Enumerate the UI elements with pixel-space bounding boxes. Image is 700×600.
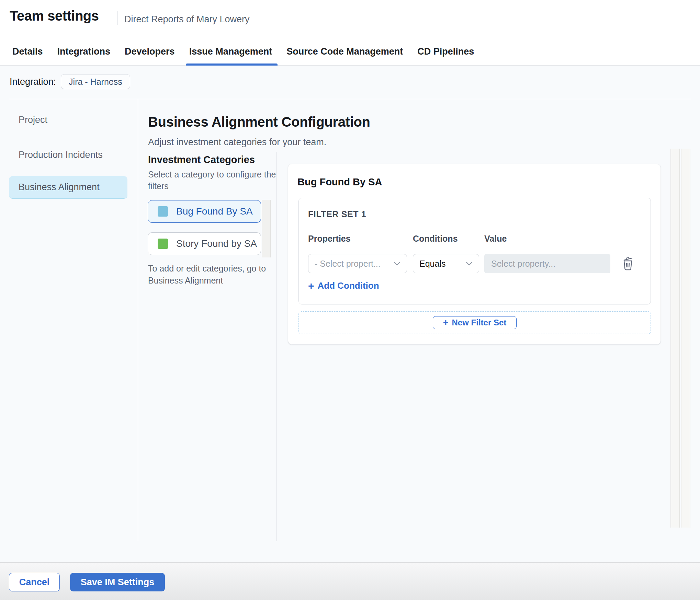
value-input[interactable] — [484, 254, 610, 273]
tab-details[interactable]: Details — [12, 38, 43, 66]
tab-issue-management[interactable]: Issue Management — [189, 38, 272, 66]
add-condition-button[interactable]: + Add Condition — [308, 280, 379, 291]
filter-set-title: FILTER SET 1 — [308, 209, 366, 219]
tab-developers[interactable]: Developers — [125, 38, 175, 66]
categories-note: To add or edit categories, go to Busines… — [148, 263, 266, 287]
tab-integrations[interactable]: Integrations — [57, 38, 111, 66]
category-list-scrollbar[interactable] — [262, 200, 271, 257]
tab-source-code-management[interactable]: Source Code Management — [286, 38, 403, 66]
team-name-subtitle: Direct Reports of Mary Lowery — [124, 13, 250, 25]
category-label: Bug Found By SA — [176, 206, 253, 217]
condition-select[interactable]: Equals — [413, 254, 479, 273]
investment-categories-helper: Select a category to configure the filte… — [148, 169, 276, 192]
chevron-down-icon — [394, 262, 400, 266]
sidebar-item-project[interactable]: Project — [9, 108, 127, 131]
category-filter-panel: Bug Found By SA FILTER SET 1 Properties … — [288, 164, 661, 345]
note-line: To add or edit categories, go to — [148, 263, 266, 275]
cancel-button[interactable]: Cancel — [9, 573, 60, 591]
new-filter-set-dropzone: + New Filter Set — [298, 311, 651, 334]
new-filter-set-label: New Filter Set — [452, 318, 507, 327]
new-filter-set-button[interactable]: + New Filter Set — [433, 316, 517, 329]
trash-icon — [621, 255, 635, 271]
filter-set-card: FILTER SET 1 Properties Conditions Value… — [298, 198, 651, 304]
column-header-conditions: Conditions — [413, 234, 458, 244]
category-label: Story Found by SA — [176, 238, 257, 249]
plus-icon: + — [308, 281, 314, 290]
category-color-swatch — [158, 239, 168, 249]
page-title: Team settings — [10, 6, 99, 25]
category-color-swatch — [158, 206, 168, 217]
tab-label: Integrations — [57, 46, 111, 57]
settings-sidebar: Project Production Incidents Business Al… — [0, 99, 138, 541]
category-button-bug-found-by-sa[interactable]: Bug Found By SA — [148, 200, 261, 223]
note-line: Business Alignment — [148, 275, 266, 287]
sidebar-item-business-alignment[interactable]: Business Alignment — [9, 176, 127, 199]
page-header: Team settings Direct Reports of Mary Low… — [0, 0, 700, 38]
settings-tabbar: Details Integrations Developers Issue Ma… — [0, 38, 700, 66]
property-select-placeholder: - Select propert... — [315, 259, 381, 269]
add-condition-label: Add Condition — [318, 280, 379, 291]
settings-footer: Cancel Save IM Settings — [0, 562, 700, 600]
page-scrollbar[interactable] — [681, 149, 690, 528]
integration-row: Integration: Jira - Harness — [10, 74, 130, 90]
page-scrollbar-track[interactable] — [670, 149, 680, 528]
sidebar-item-production-incidents[interactable]: Production Incidents — [9, 143, 127, 166]
plus-icon: + — [443, 319, 449, 327]
category-button-story-found-by-sa[interactable]: Story Found by SA — [148, 232, 261, 255]
tab-label: Source Code Management — [286, 46, 403, 57]
helper-line: filters — [148, 180, 276, 192]
integration-chip[interactable]: Jira - Harness — [61, 74, 130, 89]
helper-line: Select a category to configure the — [148, 169, 276, 180]
property-select[interactable]: - Select propert... — [308, 254, 407, 273]
business-alignment-config-subtitle: Adjust investment categories for your te… — [148, 137, 326, 148]
save-im-settings-button[interactable]: Save IM Settings — [70, 573, 165, 591]
tab-label: Details — [12, 46, 43, 57]
panel-heading: Bug Found By SA — [297, 176, 382, 188]
investment-categories-heading: Investment Categories — [148, 154, 255, 165]
column-header-value: Value — [484, 234, 507, 244]
title-divider — [117, 11, 117, 25]
tab-label: Issue Management — [189, 46, 272, 57]
business-alignment-config-title: Business Alignment Configuration — [148, 114, 370, 130]
column-divider — [276, 152, 277, 541]
column-header-properties: Properties — [308, 234, 351, 244]
chevron-down-icon — [466, 262, 473, 266]
tab-cd-pipelines[interactable]: CD Pipelines — [417, 38, 474, 66]
integration-label: Integration: — [10, 77, 56, 87]
tab-label: Developers — [125, 46, 175, 57]
delete-condition-button[interactable] — [620, 254, 636, 272]
tab-label: CD Pipelines — [417, 46, 474, 57]
condition-select-value: Equals — [419, 259, 445, 269]
settings-content: Integration: Jira - Harness Project Prod… — [0, 66, 700, 562]
